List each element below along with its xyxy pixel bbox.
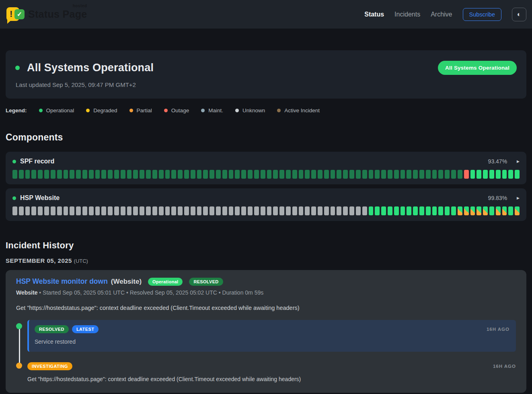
uptime-bar-op_dark[interactable] <box>267 170 272 179</box>
uptime-bar-nodata[interactable] <box>152 206 157 215</box>
uptime-bar-nodata[interactable] <box>356 206 361 215</box>
uptime-bar-nodata[interactable] <box>171 206 176 215</box>
uptime-bar-op_dark[interactable] <box>101 170 106 179</box>
uptime-bar-op_dark[interactable] <box>25 170 30 179</box>
uptime-bar-nodata[interactable] <box>229 206 234 215</box>
uptime-bar-nodata[interactable] <box>25 206 30 215</box>
uptime-bar-op[interactable] <box>388 206 392 215</box>
uptime-bar-op_dark[interactable] <box>241 170 246 179</box>
uptime-bar-op[interactable] <box>502 170 507 179</box>
uptime-bar-op_dark[interactable] <box>108 170 113 179</box>
subscribe-button[interactable]: Subscribe <box>463 8 501 21</box>
uptime-bar-nodata[interactable] <box>261 206 265 215</box>
uptime-bar-op_dark[interactable] <box>458 170 462 179</box>
uptime-bar-op_dark[interactable] <box>19 170 24 179</box>
uptime-bar-mixed[interactable] <box>464 206 469 215</box>
uptime-bar-op_dark[interactable] <box>299 170 304 179</box>
uptime-bar-op[interactable] <box>445 206 450 215</box>
uptime-bar-op_dark[interactable] <box>159 170 164 179</box>
uptime-bar-op[interactable] <box>489 170 494 179</box>
uptime-bar-op[interactable] <box>394 206 399 215</box>
uptime-bar-nodata[interactable] <box>210 206 214 215</box>
uptime-bar-op_dark[interactable] <box>146 170 151 179</box>
uptime-bar-op[interactable] <box>470 170 475 179</box>
uptime-bar-nodata[interactable] <box>235 206 240 215</box>
uptime-bar-op_dark[interactable] <box>216 170 221 179</box>
uptime-bar-nodata[interactable] <box>343 206 348 215</box>
uptime-bar-op[interactable] <box>515 170 520 179</box>
uptime-bar-nodata[interactable] <box>248 206 253 215</box>
uptime-bar-op_dark[interactable] <box>318 170 322 179</box>
uptime-bar-nodata[interactable] <box>44 206 49 215</box>
uptime-bar-op_dark[interactable] <box>76 170 81 179</box>
uptime-bar-op_dark[interactable] <box>273 170 278 179</box>
uptime-bar-nodata[interactable] <box>70 206 74 215</box>
nav-item-archive[interactable]: Archive <box>431 11 452 18</box>
uptime-bar-op_dark[interactable] <box>445 170 450 179</box>
uptime-bar-op_dark[interactable] <box>305 170 310 179</box>
uptime-bar-op[interactable] <box>477 170 481 179</box>
uptime-bar-nodata[interactable] <box>311 206 316 215</box>
uptime-bar-op_dark[interactable] <box>64 170 68 179</box>
uptime-bar-nodata[interactable] <box>121 206 125 215</box>
uptime-bar-outage[interactable] <box>464 170 469 179</box>
uptime-bar-nodata[interactable] <box>31 206 36 215</box>
uptime-bar-nodata[interactable] <box>159 206 164 215</box>
uptime-bar-op_dark[interactable] <box>165 170 170 179</box>
incident-title-link[interactable]: HSP Website monitor down <box>16 277 108 286</box>
uptime-bar-op_dark[interactable] <box>114 170 119 179</box>
uptime-bar-op_dark[interactable] <box>292 170 297 179</box>
uptime-bar-nodata[interactable] <box>19 206 24 215</box>
uptime-bar-nodata[interactable] <box>108 206 113 215</box>
uptime-bar-nodata[interactable] <box>286 206 291 215</box>
theme-toggle-button[interactable]: ◐ <box>512 8 526 21</box>
uptime-bar-op_dark[interactable] <box>229 170 234 179</box>
uptime-bar-op_dark[interactable] <box>375 170 380 179</box>
uptime-bar-op_dark[interactable] <box>349 170 354 179</box>
brand-logo[interactable]: ! ✓ hosted Status Page <box>6 6 87 23</box>
uptime-bar-nodata[interactable] <box>140 206 144 215</box>
uptime-bar-op_dark[interactable] <box>171 170 176 179</box>
uptime-bar-op_dark[interactable] <box>419 170 424 179</box>
uptime-bar-nodata[interactable] <box>324 206 329 215</box>
expand-arrow-icon[interactable]: ▶ <box>517 196 520 200</box>
uptime-bar-nodata[interactable] <box>362 206 367 215</box>
uptime-bar-op_dark[interactable] <box>279 170 284 179</box>
uptime-bar-op_dark[interactable] <box>95 170 100 179</box>
expand-arrow-icon[interactable]: ▶ <box>517 159 520 163</box>
uptime-bar-op_dark[interactable] <box>343 170 348 179</box>
uptime-bar-op[interactable] <box>381 206 386 215</box>
uptime-bar-nodata[interactable] <box>165 206 170 215</box>
uptime-bar-nodata[interactable] <box>292 206 297 215</box>
uptime-bar-op_dark[interactable] <box>140 170 144 179</box>
uptime-bar-op_dark[interactable] <box>286 170 291 179</box>
uptime-bar-op[interactable] <box>438 206 443 215</box>
uptime-bar-op_dark[interactable] <box>210 170 214 179</box>
uptime-bar-nodata[interactable] <box>273 206 278 215</box>
uptime-bar-op_dark[interactable] <box>152 170 157 179</box>
uptime-bar-nodata[interactable] <box>222 206 227 215</box>
uptime-bar-nodata[interactable] <box>114 206 119 215</box>
uptime-bar-op_dark[interactable] <box>426 170 431 179</box>
uptime-bar-nodata[interactable] <box>57 206 62 215</box>
uptime-bar-nodata[interactable] <box>318 206 322 215</box>
uptime-bar-op_dark[interactable] <box>70 170 74 179</box>
uptime-bar-op_dark[interactable] <box>311 170 316 179</box>
uptime-bar-nodata[interactable] <box>76 206 81 215</box>
uptime-bar-nodata[interactable] <box>254 206 259 215</box>
uptime-bar-mixed[interactable] <box>477 206 481 215</box>
uptime-bar-op_dark[interactable] <box>394 170 399 179</box>
uptime-bar-op_dark[interactable] <box>127 170 132 179</box>
uptime-bar-op_dark[interactable] <box>222 170 227 179</box>
component-row-hsp-website[interactable]: HSP Website 99.83% ▶ <box>12 194 520 202</box>
uptime-bar-op_dark[interactable] <box>184 170 189 179</box>
uptime-bar-mixed[interactable] <box>515 206 520 215</box>
uptime-bar-nodata[interactable] <box>95 206 100 215</box>
uptime-bar-nodata[interactable] <box>191 206 195 215</box>
uptime-bar-op[interactable] <box>508 206 513 215</box>
uptime-bar-nodata[interactable] <box>82 206 87 215</box>
uptime-bar-op_dark[interactable] <box>362 170 367 179</box>
uptime-bar-op[interactable] <box>413 206 418 215</box>
uptime-bar-op_dark[interactable] <box>82 170 87 179</box>
uptime-bar-mixed[interactable] <box>502 206 507 215</box>
